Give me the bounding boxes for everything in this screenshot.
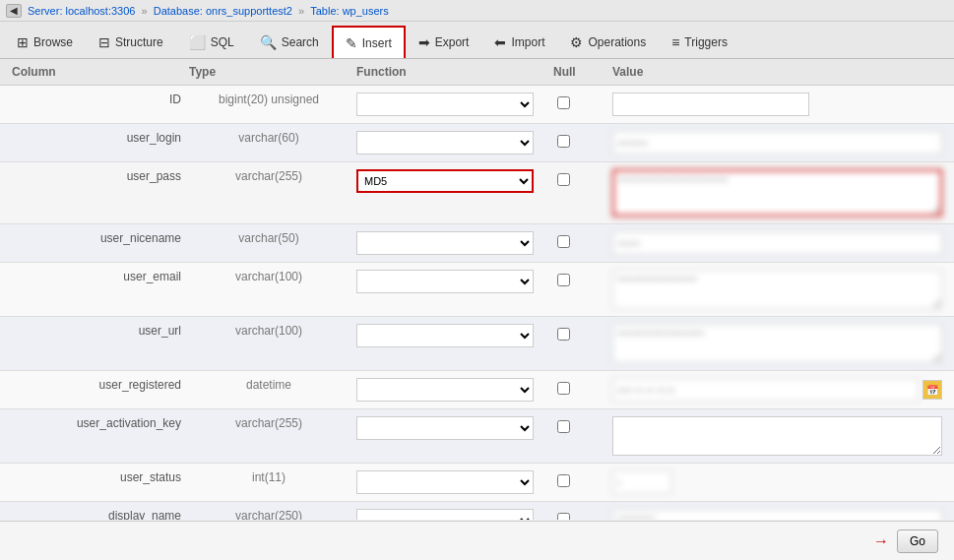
null-checkbox-id[interactable] bbox=[557, 96, 570, 109]
type-id: bigint(20) unsigned bbox=[185, 91, 352, 108]
sql-icon: ⬜ bbox=[189, 34, 206, 50]
null-checkbox-user-nicename[interactable] bbox=[557, 235, 570, 248]
tab-insert[interactable]: ✎ Insert bbox=[332, 26, 406, 58]
go-label: Go bbox=[910, 534, 925, 548]
value-id[interactable] bbox=[608, 91, 946, 118]
null-user-nicename[interactable] bbox=[549, 229, 608, 254]
triggers-icon: ≡ bbox=[671, 34, 679, 50]
title-bar: ◀ Server: localhost:3306 » Database: onr… bbox=[0, 0, 954, 22]
function-user-registered[interactable] bbox=[352, 376, 549, 404]
value-input-user-status[interactable] bbox=[612, 470, 671, 494]
value-user-activation-key[interactable] bbox=[608, 414, 946, 458]
value-user-login[interactable] bbox=[608, 129, 946, 156]
tab-import[interactable]: ⬅ Import bbox=[481, 26, 557, 58]
null-user-pass[interactable] bbox=[549, 167, 608, 192]
function-select-user-nicename[interactable] bbox=[356, 231, 534, 255]
value-input-user-login[interactable] bbox=[612, 131, 942, 155]
tab-sql-label: SQL bbox=[211, 35, 234, 49]
browse-icon: ⊞ bbox=[17, 34, 29, 50]
function-select-user-pass[interactable]: MD5 bbox=[356, 169, 534, 193]
null-checkbox-user-url[interactable] bbox=[557, 328, 570, 341]
col-user-registered: user_registered bbox=[8, 376, 185, 394]
value-textarea-display-name[interactable]: •••••••••• bbox=[612, 509, 942, 520]
null-user-activation-key[interactable] bbox=[549, 414, 608, 439]
value-input-user-nicename[interactable] bbox=[612, 231, 942, 255]
null-checkbox-display-name[interactable] bbox=[557, 513, 570, 520]
tab-browse-label: Browse bbox=[33, 35, 73, 49]
value-input-id[interactable] bbox=[612, 93, 809, 116]
function-id[interactable] bbox=[352, 91, 549, 118]
type-display-name: varchar(250) bbox=[185, 507, 352, 520]
tab-operations[interactable]: ⚙ Operations bbox=[557, 26, 659, 58]
null-user-registered[interactable] bbox=[549, 376, 608, 401]
value-textarea-user-url[interactable]: ••••••••••••••••••••••• bbox=[612, 324, 942, 363]
table-link[interactable]: Table: wp_users bbox=[310, 5, 389, 17]
tab-browse[interactable]: ⊞ Browse bbox=[4, 26, 86, 58]
null-id[interactable] bbox=[549, 91, 608, 115]
null-checkbox-user-activation-key[interactable] bbox=[557, 420, 570, 433]
value-user-url[interactable]: ••••••••••••••••••••••• bbox=[608, 322, 946, 365]
function-select-user-login[interactable] bbox=[356, 131, 534, 155]
null-checkbox-user-status[interactable] bbox=[557, 474, 570, 487]
tab-search[interactable]: 🔍 Search bbox=[247, 26, 332, 58]
value-display-name[interactable]: •••••••••• bbox=[608, 507, 946, 520]
function-select-id[interactable] bbox=[356, 93, 534, 116]
value-user-registered[interactable]: 📅 bbox=[608, 376, 946, 404]
type-user-email: varchar(100) bbox=[185, 268, 352, 285]
tab-sql[interactable]: ⬜ SQL bbox=[176, 26, 247, 58]
col-user-status: user_status bbox=[8, 468, 185, 486]
null-checkbox-user-registered[interactable] bbox=[557, 382, 570, 395]
null-checkbox-user-email[interactable] bbox=[557, 274, 570, 286]
null-display-name[interactable] bbox=[549, 507, 608, 520]
tab-export[interactable]: ➡ Export bbox=[406, 26, 482, 58]
null-user-email[interactable] bbox=[549, 268, 608, 292]
type-user-pass: varchar(255) bbox=[185, 167, 352, 185]
value-textarea-user-email[interactable]: ••••••••••••••••••••• bbox=[612, 270, 942, 309]
function-user-nicename[interactable] bbox=[352, 229, 549, 257]
function-select-user-status[interactable] bbox=[356, 470, 534, 494]
type-user-nicename: varchar(50) bbox=[185, 229, 352, 247]
table-row: user_url varchar(100) ••••••••••••••••••… bbox=[0, 317, 954, 371]
value-textarea-user-activation-key[interactable] bbox=[612, 416, 942, 456]
value-input-user-registered[interactable] bbox=[612, 378, 919, 402]
function-select-user-registered[interactable] bbox=[356, 378, 534, 402]
value-user-status[interactable] bbox=[608, 468, 946, 496]
export-icon: ➡ bbox=[418, 34, 430, 50]
header-type: Type bbox=[185, 63, 352, 81]
database-link[interactable]: Database: onrs_supporttest2 bbox=[154, 5, 292, 17]
function-select-display-name[interactable] bbox=[356, 509, 534, 520]
structure-icon: ⊟ bbox=[98, 34, 110, 50]
table-row: user_nicename varchar(50) bbox=[0, 224, 954, 263]
type-user-activation-key: varchar(255) bbox=[185, 414, 352, 432]
function-user-activation-key[interactable] bbox=[352, 414, 549, 442]
null-user-status[interactable] bbox=[549, 468, 608, 493]
function-select-user-url[interactable] bbox=[356, 324, 534, 347]
function-select-user-activation-key[interactable] bbox=[356, 416, 534, 440]
server-link[interactable]: Server: localhost:3306 bbox=[28, 5, 135, 17]
function-user-email[interactable] bbox=[352, 268, 549, 295]
function-user-status[interactable] bbox=[352, 468, 549, 496]
table-row: ID bigint(20) unsigned bbox=[0, 86, 954, 124]
null-checkbox-user-pass[interactable] bbox=[557, 173, 570, 186]
value-textarea-user-pass[interactable]: ••••••••••••••••••••••••••••• bbox=[612, 169, 942, 217]
col-user-url: user_url bbox=[8, 322, 185, 340]
function-user-login[interactable] bbox=[352, 129, 549, 156]
function-display-name[interactable] bbox=[352, 507, 549, 520]
tab-triggers[interactable]: ≡ Triggers bbox=[659, 26, 740, 58]
value-user-email[interactable]: ••••••••••••••••••••• bbox=[608, 268, 946, 311]
function-select-user-email[interactable] bbox=[356, 270, 534, 293]
header-value: Value bbox=[608, 63, 946, 81]
function-user-pass[interactable]: MD5 bbox=[352, 167, 549, 195]
value-user-pass[interactable]: ••••••••••••••••••••••••••••• bbox=[608, 167, 946, 218]
calendar-icon[interactable]: 📅 bbox=[922, 380, 942, 400]
back-button[interactable]: ◀ bbox=[6, 4, 22, 18]
insert-icon: ✎ bbox=[346, 35, 357, 51]
null-user-login[interactable] bbox=[549, 129, 608, 154]
go-button[interactable]: Go bbox=[897, 529, 938, 553]
function-user-url[interactable] bbox=[352, 322, 549, 349]
nav-tabs: ⊞ Browse ⊟ Structure ⬜ SQL 🔍 Search ✎ In… bbox=[0, 22, 954, 59]
tab-structure[interactable]: ⊟ Structure bbox=[86, 26, 176, 58]
null-checkbox-user-login[interactable] bbox=[557, 135, 570, 148]
null-user-url[interactable] bbox=[549, 322, 608, 346]
value-user-nicename[interactable] bbox=[608, 229, 946, 257]
